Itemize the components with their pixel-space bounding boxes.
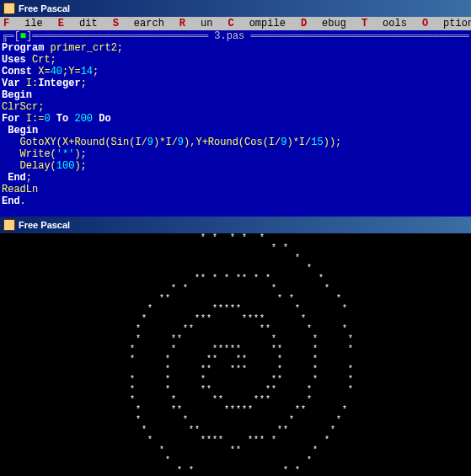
console-output: * * * * * * * * bbox=[0, 233, 471, 476]
menu-run[interactable]: Run bbox=[179, 18, 213, 29]
menu-search[interactable]: Search bbox=[113, 18, 164, 29]
menu-file[interactable]: File bbox=[3, 18, 43, 29]
window-title-console: Free Pascal bbox=[19, 220, 70, 230]
app-icon bbox=[3, 219, 15, 231]
menu-tools[interactable]: Tools bbox=[361, 18, 407, 29]
menubar: File Edit Search Run Compile Debug Tools… bbox=[0, 17, 471, 30]
menu-debug[interactable]: Debug bbox=[301, 18, 346, 29]
menu-edit[interactable]: Edit bbox=[58, 18, 98, 29]
app-icon bbox=[3, 3, 15, 14]
titlebar-ide[interactable]: Free Pascal bbox=[0, 0, 471, 17]
editor-pane[interactable]: ╔═[■]═════════════════════════════ 3.pas… bbox=[0, 30, 471, 217]
menu-options[interactable]: Options bbox=[422, 18, 471, 29]
titlebar-console[interactable]: Free Pascal bbox=[0, 217, 471, 233]
code-area[interactable]: Program primer_crt2; Uses Crt; Const X=4… bbox=[0, 42, 471, 207]
editor-frame-top: ╔═[■]═════════════════════════════ 3.pas… bbox=[0, 30, 471, 42]
window-title: Free Pascal bbox=[19, 3, 70, 13]
menu-compile[interactable]: Compile bbox=[227, 18, 285, 29]
filename: 3.pas bbox=[214, 30, 244, 42]
